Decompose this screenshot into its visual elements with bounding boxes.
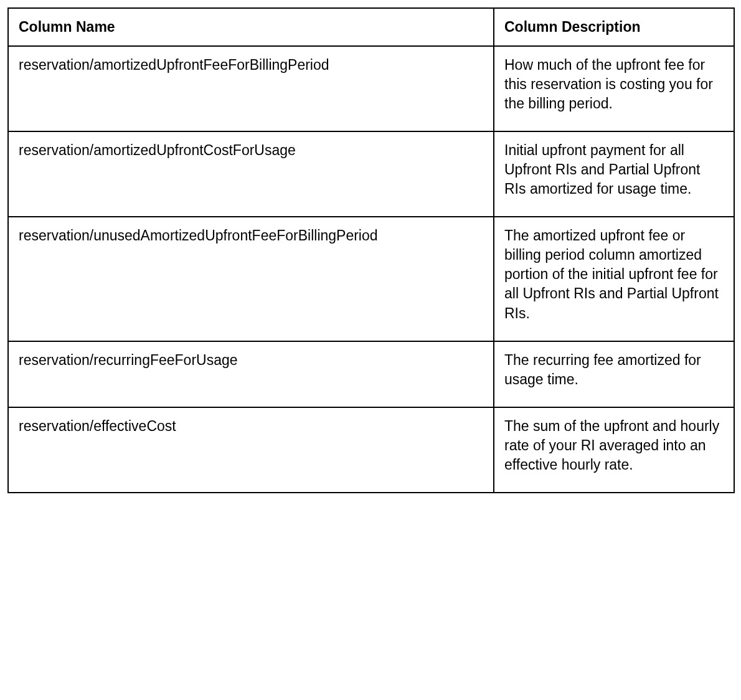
column-description-cell: How much of the upfront fee for this res… (494, 46, 734, 131)
column-description-cell: Initial upfront payment for all Upfront … (494, 131, 734, 217)
column-name-cell: reservation/amortizedUpfrontFeeForBillin… (8, 46, 494, 131)
columns-table: Column Name Column Description reservati… (7, 7, 735, 493)
table-row: reservation/amortizedUpfrontFeeForBillin… (8, 46, 734, 131)
header-row: Column Name Column Description (8, 8, 734, 46)
column-name-cell: reservation/amortizedUpfrontCostForUsage (8, 131, 494, 217)
table-row: reservation/effectiveCost The sum of the… (8, 407, 734, 493)
header-column-description: Column Description (494, 8, 734, 46)
table-row: reservation/amortizedUpfrontCostForUsage… (8, 131, 734, 217)
table-row: reservation/unusedAmortizedUpfrontFeeFor… (8, 217, 734, 341)
column-name-cell: reservation/recurringFeeForUsage (8, 341, 494, 407)
column-description-cell: The recurring fee amortized for usage ti… (494, 341, 734, 407)
table-row: reservation/recurringFeeForUsage The rec… (8, 341, 734, 407)
column-description-cell: The amortized upfront fee or billing per… (494, 217, 734, 341)
column-description-cell: The sum of the upfront and hourly rate o… (494, 407, 734, 493)
header-column-name: Column Name (8, 8, 494, 46)
column-name-cell: reservation/unusedAmortizedUpfrontFeeFor… (8, 217, 494, 341)
column-name-cell: reservation/effectiveCost (8, 407, 494, 493)
